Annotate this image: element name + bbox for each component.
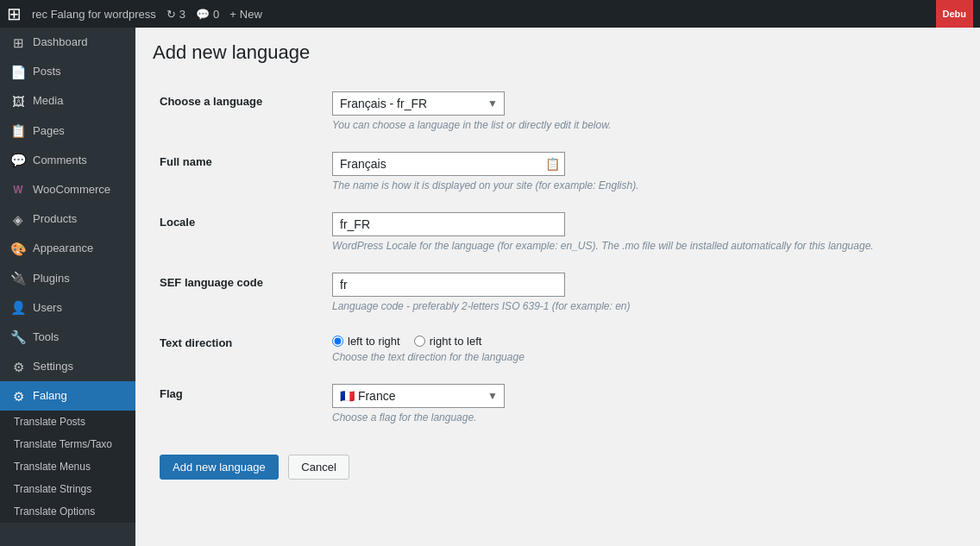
flag-help: Choose a flag for the language.: [332, 411, 956, 424]
comments-count: 0: [213, 8, 219, 21]
new-item[interactable]: + New: [229, 8, 262, 21]
comments-item[interactable]: 💬 0: [196, 8, 219, 21]
choose-language-row: Choose a language Français - fr_FR ▼ You…: [153, 81, 963, 141]
cancel-button[interactable]: Cancel: [288, 455, 349, 480]
woo-icon: W: [10, 182, 26, 198]
products-icon: ◈: [10, 211, 26, 227]
updates-icon: ↻: [166, 8, 176, 21]
rtl-label: right to left: [430, 335, 482, 348]
sidebar-item-dashboard[interactable]: ⊞ Dashboard: [0, 28, 135, 57]
flag-field: 🇫🇷 France ▼ Choose a flag for the langua…: [325, 373, 963, 434]
comments-icon: 💬: [10, 153, 26, 168]
language-form: Choose a language Français - fr_FR ▼ You…: [153, 81, 963, 434]
language-select-wrap: Français - fr_FR ▼: [332, 91, 505, 116]
flag-label: Flag: [153, 373, 325, 434]
flag-row: Flag 🇫🇷 France ▼ Choose a flag for the l…: [153, 373, 963, 434]
sidebar-item-woocommerce[interactable]: W WooCommerce: [0, 175, 135, 204]
plus-icon: +: [229, 8, 236, 21]
locale-help: WordPress Locale for the language (for e…: [332, 240, 956, 252]
ltr-radio[interactable]: [332, 336, 343, 347]
text-direction-group: left to right right to left: [332, 335, 956, 348]
users-icon: 👤: [10, 300, 26, 316]
sidebar-item-tools[interactable]: 🔧 Tools: [0, 323, 135, 352]
sidebar-item-comments[interactable]: 💬 Comments: [0, 146, 135, 175]
sidebar-item-label: Falang: [33, 388, 67, 404]
sidebar-item-plugins[interactable]: 🔌 Plugins: [0, 264, 135, 293]
updates-item[interactable]: ↻ 3: [166, 8, 185, 21]
rtl-radio[interactable]: [414, 336, 425, 347]
locale-row: Locale WordPress Locale for the language…: [153, 202, 963, 262]
appearance-icon: 🎨: [10, 241, 26, 256]
dashboard-icon: ⊞: [10, 35, 26, 50]
wp-logo-icon: ⊞: [7, 5, 22, 22]
sidebar-item-media[interactable]: 🖼 Media: [0, 86, 135, 116]
rtl-radio-label[interactable]: right to left: [414, 335, 482, 348]
pages-icon: 📋: [10, 123, 26, 139]
flag-select[interactable]: 🇫🇷 France: [332, 384, 505, 408]
full-name-row: Full name 📋 The name is how it is displa…: [153, 141, 963, 202]
tools-icon: 🔧: [10, 329, 26, 345]
sef-code-label: SEF language code: [153, 262, 325, 323]
sef-code-help: Language code - preferably 2-letters ISO…: [332, 300, 956, 312]
content-area: Add new language Choose a language Franç…: [135, 28, 980, 546]
new-label: New: [240, 8, 262, 21]
sidebar-item-label: Tools: [33, 329, 59, 345]
sidebar-item-settings[interactable]: ⚙ Settings: [0, 352, 135, 381]
sidebar-item-appearance[interactable]: 🎨 Appearance: [0, 234, 135, 263]
sidebar: ⊞ Dashboard 📄 Posts 🖼 Media 📋 Pages 💬 Co…: [0, 28, 135, 546]
sidebar-item-label: Plugins: [33, 271, 70, 286]
sidebar-item-translate-strings[interactable]: Translate Strings: [0, 478, 135, 500]
main-layout: ⊞ Dashboard 📄 Posts 🖼 Media 📋 Pages 💬 Co…: [0, 28, 980, 546]
sidebar-item-falang[interactable]: ⚙ Falang: [0, 381, 135, 411]
text-direction-label: Text direction: [153, 323, 325, 373]
locale-field: WordPress Locale for the language (for e…: [325, 202, 963, 262]
full-name-help: The name is how it is displayed on your …: [332, 179, 956, 191]
sidebar-item-products[interactable]: ◈ Products: [0, 204, 135, 234]
plugins-icon: 🔌: [10, 271, 26, 286]
locale-input[interactable]: [332, 212, 565, 236]
text-direction-help: Choose the text direction for the langua…: [332, 351, 956, 363]
sidebar-item-label: Users: [33, 300, 62, 316]
sidebar-item-label: WooCommerce: [33, 182, 110, 198]
sidebar-item-pages[interactable]: 📋 Pages: [0, 116, 135, 146]
sidebar-item-translate-terms[interactable]: Translate Terms/Taxo: [0, 433, 135, 455]
topbar: ⊞ rec Falang for wordpress ↻ 3 💬 0 + New…: [0, 0, 980, 28]
ltr-radio-label[interactable]: left to right: [332, 335, 400, 348]
sidebar-item-label: Appearance: [33, 241, 93, 256]
page-title: Add new language: [153, 41, 963, 64]
sidebar-item-translate-options[interactable]: Translate Options: [0, 500, 135, 523]
sidebar-item-label: Products: [33, 211, 77, 227]
full-name-label: Full name: [153, 141, 325, 202]
choose-language-label: Choose a language: [153, 81, 325, 141]
posts-icon: 📄: [10, 64, 26, 79]
sidebar-item-translate-posts[interactable]: Translate Posts: [0, 411, 135, 433]
debug-button[interactable]: Debu: [936, 0, 974, 28]
settings-icon: ⚙: [10, 359, 26, 374]
sidebar-item-label: Posts: [33, 64, 61, 79]
add-language-button[interactable]: Add new language: [160, 455, 279, 480]
sidebar-item-translate-menus[interactable]: Translate Menus: [0, 455, 135, 478]
site-name[interactable]: rec Falang for wordpress: [32, 8, 156, 21]
falang-icon: ⚙: [10, 388, 26, 404]
ltr-label: left to right: [348, 335, 400, 348]
edit-icon: 📋: [545, 157, 560, 171]
updates-count: 3: [179, 8, 185, 21]
sidebar-item-users[interactable]: 👤 Users: [0, 293, 135, 323]
locale-label: Locale: [153, 202, 325, 262]
sidebar-item-label: Dashboard: [33, 35, 88, 50]
full-name-field: 📋 The name is how it is displayed on you…: [325, 141, 963, 202]
media-icon: 🖼: [10, 93, 26, 109]
full-name-input[interactable]: [332, 152, 565, 176]
sidebar-item-posts[interactable]: 📄 Posts: [0, 57, 135, 86]
sidebar-item-label: Comments: [33, 153, 87, 168]
language-select[interactable]: Français - fr_FR: [332, 91, 505, 116]
text-direction-row: Text direction left to right right to le…: [153, 323, 963, 373]
text-direction-field: left to right right to left Choose the t…: [325, 323, 963, 373]
sef-code-input[interactable]: [332, 273, 565, 297]
comments-icon: 💬: [196, 8, 210, 21]
flag-select-wrap: 🇫🇷 France ▼: [332, 384, 505, 408]
sidebar-item-label: Settings: [33, 359, 73, 374]
choose-language-help: You can choose a language in the list or…: [332, 119, 956, 131]
full-name-input-wrap: 📋: [332, 152, 565, 176]
sidebar-item-label: Media: [33, 93, 63, 109]
